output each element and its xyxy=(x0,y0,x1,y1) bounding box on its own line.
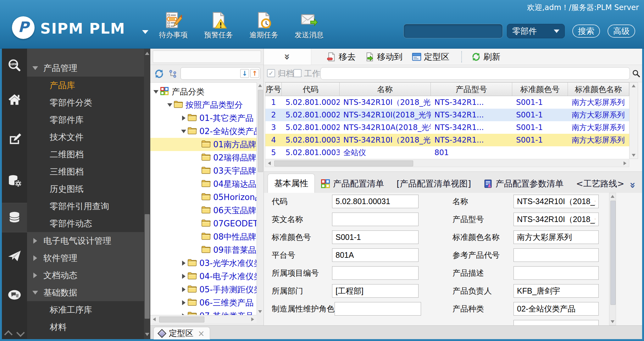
rail-item-database[interactable] xyxy=(2,203,27,232)
sidebar-item[interactable]: 三维图档 xyxy=(27,163,150,180)
tree-vertical-scrollbar[interactable] xyxy=(257,82,264,315)
form-field-平台号[interactable] xyxy=(332,248,419,262)
brand-caret-icon[interactable] xyxy=(142,30,148,34)
collapse-caret-icon[interactable] xyxy=(180,116,187,121)
sidebar-item[interactable]: 零部件引用查询 xyxy=(27,198,150,215)
collapse-caret-icon[interactable] xyxy=(180,274,187,279)
tree-node[interactable]: 06天宝品牌 xyxy=(150,204,257,217)
scrollbar-thumb[interactable] xyxy=(145,214,150,319)
table-row[interactable]: 25.02.801.00025NTS-342R10I(2018_光学...NTS… xyxy=(265,109,629,121)
scroll-up-icon[interactable] xyxy=(4,330,13,339)
collapse-caret-icon[interactable] xyxy=(180,300,187,305)
collapse-caret-icon[interactable] xyxy=(180,287,187,292)
sidebar-scrollbar[interactable] xyxy=(144,49,150,339)
tree-node[interactable]: 04星瑞达品牌 xyxy=(150,177,257,191)
form-field-产品种类[interactable] xyxy=(514,302,599,316)
sidebar-group-header[interactable]: 软件管理 xyxy=(27,249,150,267)
tab-finalized-area[interactable]: 定型区 xyxy=(153,327,210,339)
tree-node[interactable]: 09菲普莱品牌 xyxy=(150,243,257,257)
tree-node[interactable]: 产品分类 xyxy=(150,85,257,98)
expand-caret-icon[interactable] xyxy=(166,103,174,107)
scroll-down-icon[interactable] xyxy=(258,310,262,313)
rail-item-messages[interactable] xyxy=(2,280,27,309)
sidebar-group-header[interactable]: 产品管理 xyxy=(27,59,150,77)
overdue-tasks-button[interactable]: 逾期任务 xyxy=(247,11,280,40)
scrollbar-thumb[interactable] xyxy=(159,317,204,322)
search-category-dropdown[interactable]: 零部件 xyxy=(507,24,565,38)
rail-item-edit[interactable] xyxy=(2,125,27,154)
table-vertical-scrollbar[interactable] xyxy=(629,82,638,159)
send-message-button[interactable]: 发送消息 xyxy=(292,11,326,40)
rail-item-database-settings[interactable] xyxy=(2,166,27,195)
tree-node[interactable]: 03-光学水准仪类产品 xyxy=(150,257,257,270)
tree-node[interactable]: 02瑞得品牌 xyxy=(150,151,257,164)
sidebar-group-header[interactable]: 电子电气设计管理 xyxy=(27,232,150,249)
sidebar-group-header[interactable]: 文档动态 xyxy=(27,267,150,284)
search-button[interactable]: 搜索 xyxy=(572,24,600,38)
detail-tab-1[interactable]: 基本属性 xyxy=(268,174,315,193)
table-row[interactable]: 45.02.801.00031NTS-342R10I（2018_光学...NTS… xyxy=(265,134,629,146)
form-field-partial[interactable] xyxy=(514,320,599,325)
tree-node[interactable]: 04-电子水准仪类产品 xyxy=(150,270,257,283)
app-title[interactable]: SIPM PLM xyxy=(40,20,125,37)
form-field-英文名称[interactable] xyxy=(332,213,419,226)
table-row[interactable]: 35.02.801.00026NTS-342R10A(2018_光学...NTS… xyxy=(265,121,629,134)
scrollbar-thumb[interactable] xyxy=(610,201,616,305)
sidebar-item[interactable]: 历史图纸 xyxy=(27,180,150,198)
detail-tab-5[interactable]: <工艺路线> xyxy=(570,175,630,193)
form-field-所属部门[interactable] xyxy=(332,284,419,298)
rail-item-sipm-search[interactable]: SIPM xyxy=(2,51,27,80)
sidebar-item[interactable]: 二维图档 xyxy=(27,146,150,163)
scroll-down-icon[interactable] xyxy=(145,333,149,336)
tree-node[interactable]: 07GEODETIC品牌 xyxy=(150,217,257,230)
sidebar-item[interactable]: 材料 xyxy=(27,318,150,336)
table-horizontal-scrollbar[interactable] xyxy=(265,159,629,167)
collapse-caret-icon[interactable] xyxy=(180,261,187,266)
form-field-参考产品代号[interactable] xyxy=(514,248,599,262)
scroll-right-icon[interactable] xyxy=(624,161,626,165)
hierarchy-icon[interactable] xyxy=(169,69,177,78)
expand-caret-icon[interactable] xyxy=(180,130,187,133)
tree-node[interactable]: 01-其它类产品 xyxy=(150,111,257,125)
scroll-right-icon[interactable] xyxy=(251,317,254,321)
warning-tasks-button[interactable]: 预警任务 xyxy=(202,11,235,40)
form-field-代码[interactable] xyxy=(332,195,419,208)
find-next-button[interactable]: ↓ xyxy=(240,69,249,78)
sidebar-group-header[interactable]: 基础数据 xyxy=(27,284,150,301)
magnifier-icon[interactable] xyxy=(632,69,641,78)
sidebar-item[interactable]: 技术文件 xyxy=(27,128,150,146)
tree-node[interactable]: 07-其他类产品 xyxy=(150,309,257,315)
scroll-down-icon[interactable] xyxy=(632,154,636,157)
global-search-input[interactable] xyxy=(403,24,503,38)
todo-items-button[interactable]: 待办事项 xyxy=(157,11,190,40)
form-field-标准颜色号[interactable] xyxy=(332,230,419,244)
rail-item-send[interactable] xyxy=(2,241,27,270)
finalized-area-button[interactable]: 定型区 xyxy=(412,51,449,62)
archive-area-checkbox[interactable] xyxy=(267,69,275,77)
form-field-产品描述[interactable] xyxy=(514,266,599,280)
column-header[interactable]: 标准颜色号 xyxy=(512,83,568,96)
tree-node[interactable]: 05-手持测距仪类产品 xyxy=(150,283,257,296)
tree-node[interactable]: 06-三维类产品 xyxy=(150,296,257,309)
close-icon[interactable] xyxy=(198,329,205,338)
collapse-toolbar-button[interactable] xyxy=(264,49,311,65)
list-search-input[interactable] xyxy=(320,67,630,80)
form-vertical-scrollbar[interactable] xyxy=(609,193,616,325)
scroll-down-icon[interactable] xyxy=(611,320,614,323)
sidebar-item[interactable]: 零部件库 xyxy=(27,111,150,128)
find-previous-button[interactable]: ↑ xyxy=(250,69,259,78)
scroll-left-icon[interactable] xyxy=(153,317,156,321)
tree-node[interactable]: 08中性品牌 xyxy=(150,230,257,243)
form-field-产品型号[interactable] xyxy=(514,213,599,226)
scroll-up-icon[interactable] xyxy=(632,84,636,87)
tree-node[interactable]: 03天宇品牌 xyxy=(150,164,257,177)
expand-caret-icon[interactable] xyxy=(152,90,160,94)
detail-tab-2[interactable]: 产品配置清单 xyxy=(315,175,390,193)
move-to-button[interactable]: 移动到 xyxy=(365,51,402,62)
rail-item-home[interactable] xyxy=(2,85,27,114)
column-header[interactable]: 名称 xyxy=(340,83,431,96)
more-tabs-icon[interactable] xyxy=(627,182,639,189)
column-header[interactable]: 序号 xyxy=(265,83,282,96)
detail-tab-4[interactable]: 产品配置参数清单 xyxy=(477,175,570,193)
sidebar-item[interactable]: 产品库 xyxy=(27,77,150,94)
